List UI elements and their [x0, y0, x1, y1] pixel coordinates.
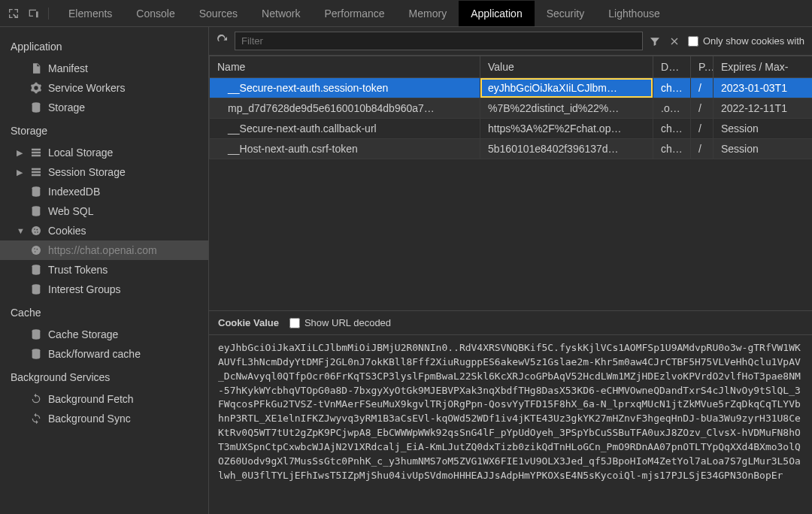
tab-elements[interactable]: Elements: [56, 1, 124, 26]
database-icon: [30, 101, 42, 113]
only-cookies-checkbox[interactable]: Only show cookies with: [688, 35, 804, 47]
sidebar-item-label: Local Storage: [48, 147, 113, 159]
clear-icon[interactable]: [668, 35, 680, 47]
cell-path: /: [691, 139, 714, 159]
table-row[interactable]: __Secure-next-auth.callback-urlhttps%3A%…: [210, 119, 813, 139]
col-name[interactable]: Name: [210, 56, 480, 78]
sidebar-item-bg-sync[interactable]: Background Sync: [0, 409, 208, 428]
svg-point-5: [37, 229, 38, 231]
cell-expires: Session: [714, 139, 813, 159]
section-bg-services: Background Services: [0, 364, 208, 389]
col-domain[interactable]: Do…: [653, 56, 691, 78]
show-decoded-label: Show URL decoded: [304, 317, 391, 328]
svg-point-11: [35, 251, 36, 252]
sidebar-item-label: Session Storage: [48, 166, 126, 178]
sidebar-item-label: Service Workers: [48, 82, 125, 94]
sidebar-item-bg-fetch[interactable]: Background Fetch: [0, 389, 208, 409]
sidebar-item-label: Storage: [48, 101, 85, 113]
cell-name: mp_d7d7628de9d5e6160010b84db960a7…: [210, 98, 480, 119]
sidebar-item-websql[interactable]: Web SQL: [0, 201, 208, 221]
cookie-icon: [30, 244, 42, 256]
sidebar-item-label: https://chat.openai.com: [48, 244, 157, 256]
col-expires[interactable]: Expires / Max-: [714, 56, 813, 78]
cell-path: /: [691, 119, 714, 139]
cell-value: 5b160101e8402f396137d…: [480, 139, 653, 159]
tab-console[interactable]: Console: [124, 1, 186, 26]
cell-domain: .op…: [653, 98, 691, 119]
cookie-icon: [30, 225, 42, 237]
inspect-icon[interactable]: [8, 8, 20, 20]
sidebar-item-label: Trust Tokens: [48, 264, 108, 276]
svg-point-7: [37, 231, 38, 233]
details-title: Cookie Value: [218, 317, 279, 328]
sidebar-item-label: Cache Storage: [48, 328, 118, 340]
sidebar-item-label: Cookies: [48, 225, 86, 237]
tab-application[interactable]: Application: [459, 1, 535, 26]
sidebar-item-bfcache[interactable]: Back/forward cache: [0, 344, 208, 364]
svg-point-9: [34, 248, 35, 249]
filter-input[interactable]: [235, 32, 643, 50]
sidebar-item-label: Interest Groups: [48, 283, 121, 295]
table-row[interactable]: __Host-next-auth.csrf-token5b160101e8402…: [210, 139, 813, 159]
refresh-icon[interactable]: [217, 35, 229, 47]
chevron-down-icon: ▼: [17, 226, 24, 235]
show-decoded-input[interactable]: [289, 318, 300, 328]
sidebar-item-cookie-origin[interactable]: https://chat.openai.com: [0, 240, 208, 260]
sidebar-item-label: Web SQL: [48, 205, 93, 217]
cell-value: %7B%22distinct_id%22%…: [480, 98, 653, 119]
tab-security[interactable]: Security: [535, 1, 597, 26]
section-cache: Cache: [0, 299, 208, 325]
filter-funnel-icon[interactable]: [649, 35, 661, 47]
col-value[interactable]: Value: [480, 56, 653, 78]
svg-point-8: [32, 246, 41, 255]
sidebar-item-interest-groups[interactable]: Interest Groups: [0, 280, 208, 299]
sidebar-item-trust-tokens[interactable]: Trust Tokens: [0, 260, 208, 280]
sidebar-item-indexeddb[interactable]: IndexedDB: [0, 182, 208, 201]
document-icon: [30, 62, 42, 74]
sidebar-item-service-workers[interactable]: Service Workers: [0, 78, 208, 98]
cell-value: eyJhbGciOiJkaXIiLCJlbm…: [480, 78, 653, 98]
chevron-right-icon: ▶: [17, 168, 24, 177]
svg-point-10: [37, 249, 38, 250]
tab-performance[interactable]: Performance: [312, 1, 396, 26]
stack-icon: [30, 147, 42, 159]
chevron-right-icon: ▶: [17, 148, 24, 158]
sidebar-item-label: Background Sync: [48, 413, 131, 425]
database-icon: [30, 348, 42, 360]
sidebar-item-label: Background Fetch: [48, 393, 134, 405]
table-row[interactable]: __Secure-next-auth.session-tokeneyJhbGci…: [210, 78, 813, 98]
sidebar-item-cache-storage[interactable]: Cache Storage: [0, 325, 208, 344]
tab-lighthouse[interactable]: Lighthouse: [596, 1, 672, 26]
sidebar-item-manifest[interactable]: Manifest: [0, 59, 208, 78]
sidebar-item-session-storage[interactable]: ▶ Session Storage: [0, 162, 208, 182]
cookie-details: Cookie Value Show URL decoded eyJhbGciOi…: [209, 311, 812, 514]
cell-domain: cha…: [653, 119, 691, 139]
database-icon: [30, 186, 42, 198]
tab-memory[interactable]: Memory: [397, 1, 459, 26]
sidebar-item-storage[interactable]: Storage: [0, 98, 208, 117]
col-path[interactable]: P.: [691, 56, 714, 78]
sync-icon: [30, 413, 42, 425]
database-icon: [30, 205, 42, 217]
cell-name: __Secure-next-auth.session-token: [210, 78, 480, 98]
section-storage: Storage: [0, 117, 208, 143]
sidebar-item-local-storage[interactable]: ▶ Local Storage: [0, 143, 208, 162]
section-application: Application: [0, 33, 208, 59]
device-icon[interactable]: [27, 8, 39, 20]
show-decoded-checkbox[interactable]: Show URL decoded: [289, 317, 391, 328]
application-sidebar: Application Manifest Service Workers Sto…: [0, 27, 209, 514]
cell-expires: 2022-12-11T1: [714, 98, 813, 119]
cell-value: https%3A%2F%2Fchat.op…: [480, 119, 653, 139]
cell-expires: Session: [714, 119, 813, 139]
sidebar-item-cookies[interactable]: ▼ Cookies: [0, 221, 208, 240]
only-cookies-label: Only show cookies with: [703, 35, 804, 47]
only-cookies-input[interactable]: [688, 36, 698, 47]
cell-path: /: [691, 98, 714, 119]
devtools-tabs: Elements Console Sources Network Perform…: [0, 0, 812, 27]
svg-point-4: [34, 228, 35, 230]
table-row[interactable]: mp_d7d7628de9d5e6160010b84db960a7…%7B%22…: [210, 98, 813, 119]
cookie-value-text[interactable]: eyJhbGciOiJkaXIiLCJlbmMiOiJBMjU2R0NNIn0.…: [209, 335, 812, 488]
cookies-toolbar: Only show cookies with: [209, 27, 812, 56]
tab-sources[interactable]: Sources: [187, 1, 250, 26]
tab-network[interactable]: Network: [250, 1, 312, 26]
